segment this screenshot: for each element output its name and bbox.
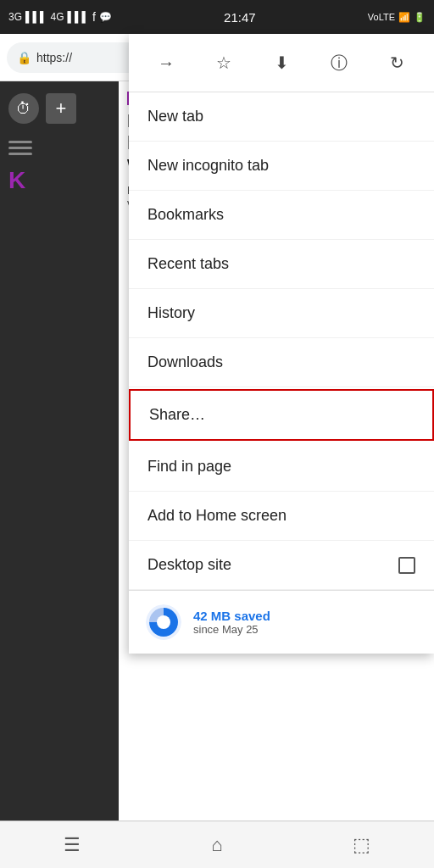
signal-4g: 4G — [51, 11, 64, 23]
menu-item-add-to-home[interactable]: Add to Home screen — [129, 492, 434, 541]
menu-label-bookmarks: Bookmarks — [147, 206, 224, 224]
battery-icon: 🔋 — [414, 12, 426, 23]
status-time: 21:47 — [224, 10, 256, 25]
forward-icon: → — [158, 53, 175, 73]
forward-button[interactable]: → — [149, 46, 183, 80]
menu-item-find-in-page[interactable]: Find in page — [129, 442, 434, 492]
menu-item-new-incognito[interactable]: New incognito tab — [129, 142, 434, 191]
menu-item-share[interactable]: Share… — [129, 389, 434, 441]
menu-label-add-to-home: Add to Home screen — [147, 507, 287, 525]
menu-label-find-in-page: Find in page — [147, 458, 231, 476]
info-button[interactable]: ⓘ — [322, 46, 356, 80]
volte-icon: VoLTE — [368, 12, 395, 22]
wifi-icon: 📶 — [398, 12, 410, 23]
status-left: 3G ▌▌▌ 4G ▌▌▌ f 💬 — [8, 10, 112, 24]
status-right: VoLTE 📶 🔋 — [368, 12, 426, 23]
info-icon: ⓘ — [331, 52, 348, 75]
menu-label-recent-tabs: Recent tabs — [147, 255, 229, 273]
menu-label-history: History — [147, 304, 195, 322]
menu-item-recent-tabs[interactable]: Recent tabs — [129, 240, 434, 289]
menu-item-downloads[interactable]: Downloads — [129, 338, 434, 387]
menu-item-history[interactable]: History — [129, 289, 434, 338]
menu-item-desktop-site[interactable]: Desktop site — [129, 541, 434, 590]
data-saved-amount: 42 MB saved — [193, 609, 270, 623]
fb-icon: f — [92, 10, 96, 24]
svg-point-1 — [157, 615, 170, 629]
refresh-button[interactable]: ↻ — [380, 46, 414, 80]
download-icon: ⬇ — [275, 53, 289, 73]
download-button[interactable]: ⬇ — [264, 46, 298, 80]
menu-item-bookmarks[interactable]: Bookmarks — [129, 191, 434, 240]
bookmark-button[interactable]: ☆ — [207, 46, 241, 80]
menu-icons-row: → ☆ ⬇ ⓘ ↻ — [129, 34, 434, 92]
dropdown-overlay: → ☆ ⬇ ⓘ ↻ New tab New incognito tab Book… — [0, 34, 434, 868]
menu-label-share: Share… — [149, 406, 205, 424]
signal-bars-2: ▌▌▌ — [68, 11, 90, 23]
notification-icon: 💬 — [99, 11, 112, 23]
menu-label-new-tab: New tab — [147, 108, 203, 125]
refresh-icon: ↻ — [390, 53, 404, 73]
menu-label-new-incognito: New incognito tab — [147, 157, 269, 175]
data-text: 42 MB saved since May 25 — [193, 609, 270, 636]
menu-label-desktop-site: Desktop site — [147, 556, 231, 574]
desktop-site-checkbox[interactable] — [398, 557, 415, 574]
bookmark-icon: ☆ — [216, 53, 231, 73]
data-savings-icon — [146, 604, 181, 640]
data-savings-row[interactable]: 42 MB saved since May 25 — [129, 590, 434, 654]
menu-label-downloads: Downloads — [147, 353, 223, 371]
signal-bars-1: ▌▌▌ — [25, 11, 47, 23]
menu-item-new-tab[interactable]: New tab — [129, 92, 434, 142]
status-bar: 3G ▌▌▌ 4G ▌▌▌ f 💬 21:47 VoLTE 📶 🔋 — [0, 0, 434, 34]
dropdown-menu: → ☆ ⬇ ⓘ ↻ New tab New incognito tab Book… — [129, 34, 434, 654]
data-saved-since: since May 25 — [193, 623, 270, 636]
signal-3g: 3G — [8, 11, 22, 23]
